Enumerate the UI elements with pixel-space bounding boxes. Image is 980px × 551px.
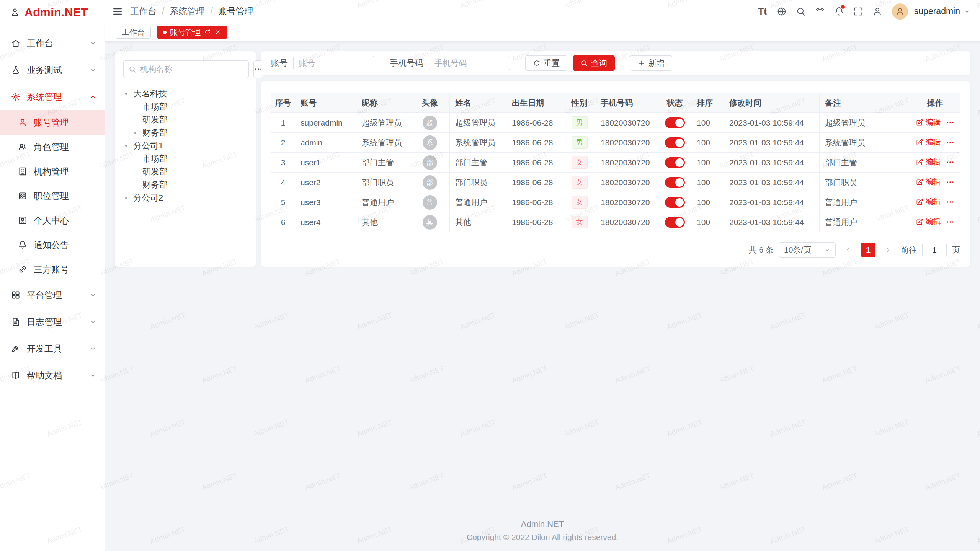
sidebar-item-dev-tools[interactable]: 开发工具 — [0, 335, 105, 362]
column-header-account: 账号 — [295, 93, 356, 113]
sidebar-item-label: 通知公告 — [34, 239, 69, 251]
caret-down-icon[interactable] — [123, 143, 133, 149]
edit-button[interactable]: 编辑 — [916, 177, 941, 187]
cell-ops: 编辑 — [910, 192, 960, 212]
hamburger-icon[interactable] — [112, 6, 123, 17]
tree-node[interactable]: 分公司1 — [123, 139, 247, 152]
bell-icon[interactable] — [831, 3, 848, 20]
add-button[interactable]: 新增 — [630, 55, 672, 71]
tab-workbench[interactable]: 工作台 — [116, 26, 151, 39]
tree-node[interactable]: 市场部 — [123, 152, 247, 165]
search-button[interactable]: 查询 — [573, 55, 615, 71]
cell-index: 6 — [271, 212, 295, 232]
status-toggle[interactable] — [665, 157, 685, 168]
sidebar-item-workbench[interactable]: 工作台 — [0, 30, 105, 57]
breadcrumb-item[interactable]: 账号管理 — [218, 5, 253, 17]
status-toggle[interactable] — [665, 137, 685, 148]
tree-node[interactable]: 财务部 — [123, 126, 247, 139]
search-icon[interactable] — [792, 3, 809, 20]
sidebar-item-notice[interactable]: 通知公告 — [0, 233, 105, 257]
status-toggle[interactable] — [665, 117, 685, 128]
sidebar-item-log-manage[interactable]: 日志管理 — [0, 308, 105, 335]
status-toggle[interactable] — [665, 217, 685, 228]
row-more-button[interactable] — [946, 197, 955, 207]
caret-right-icon[interactable] — [123, 195, 133, 201]
refresh-icon[interactable] — [204, 29, 211, 36]
tree-node[interactable]: 研发部 — [123, 165, 247, 178]
breadcrumb-separator: / — [162, 6, 164, 16]
tree-node[interactable]: 大名科技 — [123, 87, 247, 100]
globe-icon[interactable] — [773, 3, 790, 20]
status-toggle[interactable] — [665, 177, 685, 188]
status-toggle[interactable] — [665, 197, 685, 208]
sidebar-item-third-account[interactable]: 三方账号 — [0, 257, 105, 282]
close-icon[interactable] — [214, 29, 221, 36]
tree-node[interactable]: 财务部 — [123, 178, 247, 191]
cell-name: 系统管理员 — [450, 133, 506, 153]
chevron-down-icon[interactable] — [963, 8, 971, 15]
sidebar-item-help-docs[interactable]: 帮助文档 — [0, 362, 105, 389]
theme-icon[interactable] — [812, 3, 828, 20]
header-tools: Tt — [754, 3, 971, 20]
tab-account-manage[interactable]: 账号管理 — [157, 26, 227, 39]
footer-brand: Admin.NET — [115, 519, 970, 529]
row-more-button[interactable] — [946, 138, 955, 147]
column-header-remark: 备注 — [820, 93, 910, 113]
column-header-avatar: 头像 — [410, 93, 450, 113]
edit-button[interactable]: 编辑 — [916, 117, 941, 127]
reset-button[interactable]: 重置 — [525, 55, 567, 71]
edit-label: 编辑 — [926, 117, 941, 127]
sidebar-item-org-manage[interactable]: 机构管理 — [0, 159, 105, 184]
edit-button[interactable]: 编辑 — [916, 217, 941, 227]
tree-node[interactable]: 市场部 — [123, 100, 247, 113]
prev-page-button[interactable] — [841, 243, 856, 257]
sidebar-item-platform-manage[interactable]: 平台管理 — [0, 282, 105, 308]
breadcrumb-item[interactable]: 工作台 — [130, 5, 157, 17]
caret-right-icon[interactable] — [132, 130, 142, 136]
tree-node[interactable]: 研发部 — [123, 113, 247, 126]
logo[interactable]: Admin.NET — [0, 0, 105, 24]
font-size-icon[interactable]: Tt — [754, 3, 771, 20]
sidebar-item-system-manage[interactable]: 系统管理 — [0, 83, 105, 110]
sidebar-item-account-manage[interactable]: 账号管理 — [0, 110, 105, 135]
book-icon — [11, 370, 21, 380]
query-panel: 账号 手机号码 重置 查询 — [261, 51, 970, 75]
org-search-input[interactable] — [140, 65, 244, 74]
page-size-select[interactable]: 10条/页 — [779, 242, 836, 258]
next-page-button[interactable] — [881, 243, 895, 257]
phone-input[interactable] — [429, 56, 510, 70]
org-icon — [18, 166, 28, 176]
row-more-button[interactable] — [946, 158, 955, 167]
account-input[interactable] — [293, 56, 374, 70]
goto-page-input[interactable] — [922, 243, 947, 257]
row-more-button[interactable] — [946, 118, 955, 127]
cell-account: user1 — [295, 153, 356, 173]
brand-name: Admin.NET — [24, 6, 88, 19]
tab-active-dot — [163, 31, 167, 34]
account-label: 账号 — [271, 57, 288, 69]
avatar: 部 — [423, 175, 437, 190]
fullscreen-icon[interactable] — [850, 3, 867, 20]
username[interactable]: superadmin — [914, 6, 960, 16]
org-tree-panel: 大名科技市场部研发部财务部分公司1市场部研发部财务部分公司2 — [115, 51, 256, 267]
breadcrumb-item[interactable]: 系统管理 — [170, 5, 205, 17]
sidebar-item-business-test[interactable]: 业务测试 — [0, 57, 105, 83]
edit-button[interactable]: 编辑 — [916, 137, 941, 147]
cell-nickname: 超级管理员 — [356, 113, 410, 133]
edit-button[interactable]: 编辑 — [916, 197, 941, 207]
edit-button[interactable]: 编辑 — [916, 157, 941, 167]
page-button-1[interactable]: 1 — [861, 243, 875, 257]
cell-index: 4 — [271, 173, 295, 192]
sidebar-item-post-manage[interactable]: 职位管理 — [0, 184, 105, 208]
row-more-button[interactable] — [946, 217, 955, 227]
post-icon — [18, 191, 28, 201]
tree-node[interactable]: 分公司2 — [123, 191, 247, 204]
sidebar-item-user-center[interactable]: 个人中心 — [0, 208, 105, 233]
row-more-button[interactable] — [946, 178, 955, 187]
cell-remark: 部门职员 — [820, 173, 910, 192]
caret-down-icon[interactable] — [123, 91, 133, 97]
sidebar-item-role-manage[interactable]: 角色管理 — [0, 135, 105, 159]
avatar[interactable] — [892, 3, 908, 20]
sidebar-menu: 工作台业务测试系统管理账号管理角色管理机构管理职位管理个人中心通知公告三方账号平… — [0, 24, 105, 389]
profile-icon[interactable] — [869, 3, 886, 20]
